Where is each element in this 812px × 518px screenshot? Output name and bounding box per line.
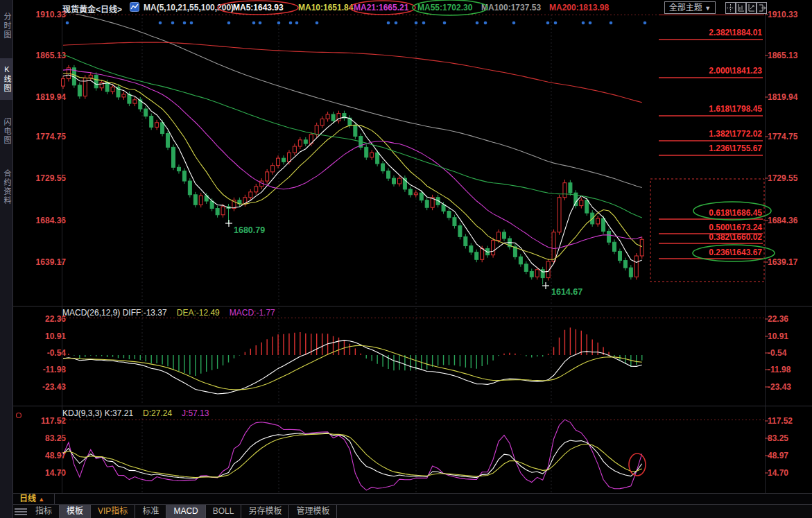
tab-boll[interactable]: BOLL (206, 505, 242, 518)
caret-down-icon: ▼ (705, 5, 711, 12)
price-axis-label-right: 48.97 (768, 451, 788, 460)
kline-chart-icon (130, 2, 139, 14)
price-axis-label-left: 1729.55 (12, 173, 66, 183)
ma-value-label: MA55:1702.30 (417, 3, 472, 12)
tab-save-template[interactable]: 另存模板 (241, 505, 289, 518)
tab-macd[interactable]: MACD (166, 505, 205, 518)
price-axis-label-left: -0.54 (12, 348, 66, 358)
price-axis-zoom-icon[interactable] (736, 2, 746, 14)
macd-diff-value: MACD(26,12,9) DIFF:-13.37 (62, 308, 167, 318)
panel-menu-icon[interactable] (13, 505, 28, 518)
macd-header: MACD(26,12,9) DIFF:-13.37 DEA:-12.49 MAC… (62, 308, 275, 318)
ma-value-label: MA10:1651.84 (298, 3, 353, 12)
price-axis-label-right: 1865.13 (768, 51, 797, 60)
ma-value-label: MA21:1665.21 (354, 3, 408, 12)
price-axis-label-left: 1910.33 (12, 10, 66, 19)
price-axis-label-right: 83.25 (768, 433, 788, 443)
ma-value-label: MA100:1737.53 (481, 3, 541, 12)
fibonacci-level-label: 2.000\1841.23 (679, 66, 762, 76)
price-axis-label-right: 117.52 (768, 416, 793, 426)
kdj-d-value: D:27.24 (143, 408, 172, 418)
price-axis-label-right: 1819.94 (768, 92, 797, 102)
ma-params-label: MA(5,10,21,55,100,200) (144, 3, 234, 12)
price-axis-label-left: -23.43 (12, 382, 66, 392)
tab-manage-template[interactable]: 管理模板 (289, 505, 337, 518)
price-axis-label-right: 1774.75 (768, 132, 797, 141)
period-selector[interactable]: 日线 ▲ (19, 494, 44, 505)
macd-macd-value: MACD:-1.77 (230, 308, 275, 318)
price-axis-label-right: 22.36 (768, 314, 788, 324)
low-price-annotation: 1680.79 (234, 225, 265, 235)
pop-out-icon[interactable] (757, 2, 767, 14)
chart-canvas[interactable] (0, 0, 812, 518)
tab-indicator[interactable]: 指标 (28, 505, 60, 518)
price-axis-label-left: 48.97 (12, 451, 66, 460)
tab-vip-indicator[interactable]: VIP指标 (91, 505, 135, 518)
price-axis-label-left: -11.98 (12, 365, 66, 374)
kdj-j-value: J:57.13 (182, 408, 209, 418)
time-axis-row: 日线 ▲ (13, 494, 812, 504)
kdj-header: KDJ(9,3,3) K:37.21 D:27.24 J:57.13 (62, 408, 209, 418)
fibonacci-level-label: 0.618\1686.45 (679, 208, 762, 218)
price-axis-label-right: 10.91 (768, 331, 788, 341)
price-axis-label-left: 10.91 (12, 331, 66, 341)
price-axis-label-right: -0.54 (768, 348, 786, 358)
price-axis-label-left: 117.52 (12, 416, 66, 426)
caret-up-icon: ▲ (38, 496, 44, 503)
low-price-annotation: 1614.67 (551, 287, 582, 297)
time-axis-zoom-icon[interactable] (746, 2, 757, 14)
move-tool-icon[interactable] (725, 2, 736, 14)
price-axis-label-right: -23.43 (768, 382, 791, 392)
price-axis-label-left: 1865.13 (12, 51, 66, 60)
fibonacci-level-label: 1.382\1772.02 (679, 129, 762, 139)
price-axis-label-left: 1684.36 (12, 216, 66, 225)
fibonacci-level-label: 1.618\1798.45 (679, 104, 762, 114)
template-tab-bar: 指标 模板 VIP指标 标准 MACD BOLL 另存模板 管理模板 (13, 505, 812, 518)
fibonacci-level-label: 0.500\1673.24 (679, 223, 762, 232)
price-axis-label-right: -11.98 (768, 365, 791, 374)
price-axis-label-right: 1684.36 (768, 216, 797, 225)
fibonacci-level-label: 1.236\1755.67 (679, 144, 762, 153)
price-axis-label-right: 14.70 (768, 468, 788, 478)
price-axis-label-right: 1729.55 (768, 173, 797, 183)
sidebar-item-contract-info[interactable]: 合约资料 (0, 158, 12, 216)
left-sidebar: 分时图 K线图 闪电图 合约资料 (0, 0, 13, 518)
price-axis-label-left: 1639.17 (12, 257, 66, 267)
fibonacci-level-label: 2.382\1884.01 (679, 28, 762, 37)
theme-dropdown-button[interactable]: 全部主题 ▼ (664, 1, 716, 14)
price-axis-label-right: 1910.33 (768, 10, 797, 19)
price-axis-label-left: 1774.75 (12, 132, 66, 141)
price-axis-label-left: 83.25 (12, 433, 66, 443)
trading-app-window: 分时图 K线图 闪电图 合约资料 现货黄金<日线> MA(5,10,21,55,… (0, 0, 812, 518)
macd-dea-value: DEA:-12.49 (177, 308, 220, 318)
price-axis-label-left: 14.70 (12, 468, 66, 478)
sidebar-item-flash-chart[interactable]: 闪电图 (0, 110, 12, 153)
price-axis-label-left: 22.36 (12, 314, 66, 324)
sidebar-item-kline-chart[interactable]: K线图 (0, 58, 12, 100)
kdj-k-value: KDJ(9,3,3) K:37.21 (62, 408, 133, 418)
instrument-title: 现货黄金<日线> (62, 3, 122, 15)
fibonacci-level-label: 0.236\1643.67 (679, 248, 762, 257)
tab-template[interactable]: 模板 (60, 505, 91, 518)
fibonacci-level-label: 0.382\1660.02 (679, 232, 762, 242)
tab-standard[interactable]: 标准 (135, 505, 166, 518)
price-axis-label-right: 1639.17 (768, 257, 797, 267)
labels-layer: 1910.331910.331865.131865.131819.941819.… (0, 0, 812, 518)
price-axis-label-left: 1819.94 (12, 92, 66, 102)
ma-value-label: MA200:1813.98 (549, 3, 609, 12)
ma-value-label: MA5:1643.93 (233, 3, 284, 12)
sidebar-item-timeline-chart[interactable]: 分时图 (0, 4, 12, 47)
